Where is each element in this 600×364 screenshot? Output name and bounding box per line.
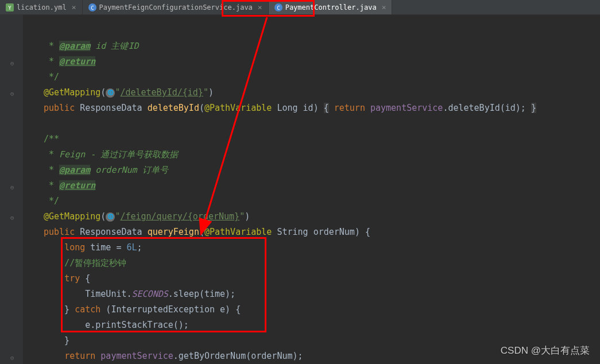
fold-marker-icon[interactable]: ⊖ <box>10 184 14 191</box>
svg-text:Y: Y <box>8 5 11 11</box>
tab-yml[interactable]: Y lication.yml × <box>0 0 83 14</box>
code-editor[interactable]: * @param id 主键ID * @return */ @GetMappin… <box>23 15 600 364</box>
globe-icon: 🌐 <box>106 212 115 222</box>
tab-label: lication.yml <box>17 3 67 11</box>
globe-icon: 🌐 <box>106 88 115 98</box>
editor-gutter: ⊖ ⊖ ⊖ ⊖ ⊖ <box>0 15 23 364</box>
tab-label: PaymentController.java <box>285 3 377 11</box>
watermark-text: CSDN @大白有点菜 <box>501 344 590 357</box>
java-icon: C <box>88 3 96 11</box>
java-icon: C <box>274 3 282 11</box>
fold-marker-icon[interactable]: ⊖ <box>10 354 14 362</box>
fold-marker-icon[interactable]: ⊖ <box>10 60 14 67</box>
close-icon[interactable]: × <box>72 3 76 11</box>
editor-tabs: Y lication.yml × C PaymentFeignConfigura… <box>0 0 600 15</box>
tab-payment-controller[interactable]: C PaymentController.java × <box>269 0 393 14</box>
yml-icon: Y <box>6 3 14 11</box>
tab-label: PaymentFeignConfigurationService.java <box>99 3 253 11</box>
svg-text:C: C <box>91 5 94 11</box>
tab-feign-service[interactable]: C PaymentFeignConfigurationService.java … <box>83 0 269 14</box>
svg-text:C: C <box>277 5 280 11</box>
close-icon[interactable]: × <box>258 3 262 11</box>
close-icon[interactable]: × <box>382 3 386 11</box>
impl-marker-icon[interactable]: ⊖ <box>10 90 14 98</box>
impl-marker-icon[interactable]: ⊖ <box>10 214 14 222</box>
